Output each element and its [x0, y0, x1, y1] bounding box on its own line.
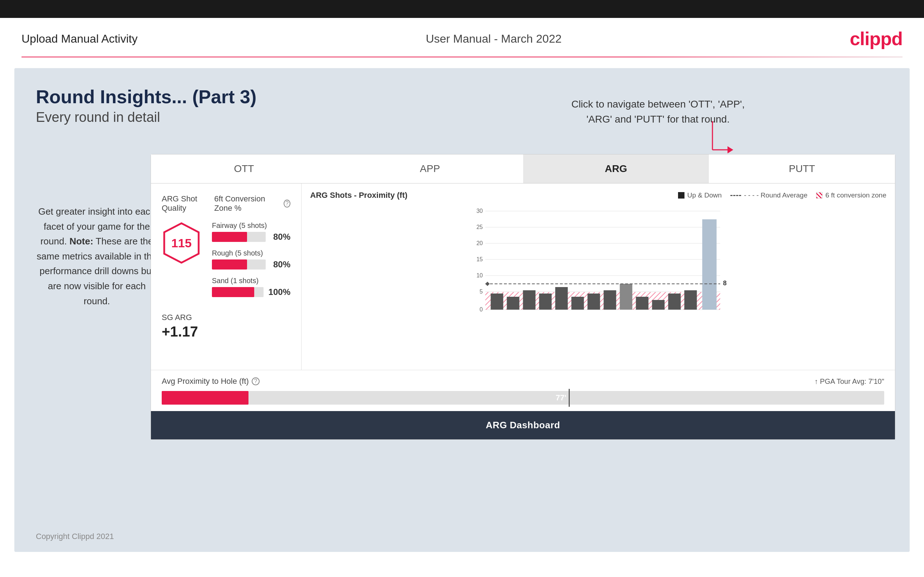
legend-round-avg: - - - - Round Average: [730, 191, 808, 199]
svg-marker-35: [486, 282, 490, 286]
top-bar: [0, 0, 924, 18]
svg-text:25: 25: [477, 224, 483, 230]
bar-row-fairway: 80%: [212, 232, 291, 242]
page-title: Round Insights... (Part 3): [36, 86, 888, 108]
tab-putt[interactable]: PUTT: [709, 155, 895, 183]
shot-quality-bars: Fairway (5 shots) 80% Rough (5 shots): [212, 221, 291, 304]
shot-row-rough: Rough (5 shots) 80%: [212, 249, 291, 269]
bar-container-sand: [212, 287, 263, 297]
tab-bar: OTT APP ARG PUTT: [151, 155, 895, 184]
note-bold: Note:: [69, 236, 93, 247]
svg-rect-22: [523, 290, 536, 309]
arg-shot-quality-label: ARG Shot Quality: [162, 194, 215, 213]
legend-up-down-label: Up & Down: [687, 191, 722, 199]
pga-avg-label: ↑ PGA Tour Avg: 7'10": [814, 377, 884, 386]
bar-row-sand: 100%: [212, 287, 291, 297]
header-logo: clippd: [850, 28, 903, 50]
shot-label-fairway: Fairway (5 shots): [212, 221, 291, 230]
page-subtitle: Every round in detail: [36, 110, 888, 125]
bar-fill-sand: [212, 287, 254, 297]
shot-label-sand: Sand (1 shots): [212, 277, 291, 285]
legend-dashed-icon: [730, 195, 741, 196]
svg-rect-23: [539, 293, 552, 309]
proximity-marker: [569, 389, 570, 407]
proximity-help-icon[interactable]: ?: [252, 377, 260, 385]
dashboard-panel: OTT APP ARG PUTT ARG Shot Quality 6ft Co…: [150, 154, 895, 440]
main-content: Round Insights... (Part 3) Every round i…: [15, 68, 909, 552]
bar-row-rough: 80%: [212, 259, 291, 269]
svg-rect-24: [556, 287, 568, 309]
svg-text:10: 10: [477, 272, 483, 279]
legend-up-down: Up & Down: [678, 191, 722, 199]
chart-legend: Up & Down - - - - Round Average 6 ft con…: [678, 191, 886, 199]
legend-round-avg-label: - - - - Round Average: [744, 191, 808, 199]
svg-marker-2: [727, 146, 733, 153]
svg-text:20: 20: [477, 240, 483, 246]
right-panel: ARG Shots - Proximity (ft) Up & Down - -…: [302, 184, 895, 370]
header-center-text: User Manual - March 2022: [426, 32, 562, 45]
footer: Copyright Clippd 2021: [36, 532, 114, 541]
legend-hatched-icon: [816, 192, 822, 198]
proximity-section: Avg Proximity to Hole (ft) ? ↑ PGA Tour …: [151, 370, 895, 411]
sg-section: SG ARG +1.17: [162, 313, 291, 340]
hex-score: 115: [171, 236, 192, 250]
tab-arg[interactable]: ARG: [523, 155, 709, 183]
chart-svg: 30 25 20 15 10 5 0: [310, 206, 886, 327]
svg-rect-32: [685, 290, 697, 309]
legend-6ft-label: 6 ft conversion zone: [825, 191, 886, 199]
proximity-header-row: Avg Proximity to Hole (ft) ? ↑ PGA Tour …: [162, 377, 884, 386]
svg-rect-29: [636, 297, 649, 309]
svg-rect-31: [668, 293, 681, 309]
shot-row-sand: Sand (1 shots) 100%: [212, 277, 291, 297]
shot-row-fairway: Fairway (5 shots) 80%: [212, 221, 291, 242]
svg-rect-33: [703, 219, 717, 309]
chart-title: ARG Shots - Proximity (ft): [310, 191, 407, 200]
proximity-bar-fill: [162, 391, 249, 405]
svg-rect-21: [507, 297, 520, 309]
bar-container-fairway: [212, 232, 266, 242]
help-icon[interactable]: ?: [284, 200, 291, 208]
chart-area: 30 25 20 15 10 5 0: [310, 206, 886, 327]
bar-container-rough: [212, 259, 266, 269]
shot-label-rough: Rough (5 shots): [212, 249, 291, 257]
chart-header: ARG Shots - Proximity (ft) Up & Down - -…: [310, 191, 886, 200]
svg-text:8: 8: [723, 280, 727, 287]
bar-pct-fairway: 80%: [271, 232, 291, 242]
proximity-bar-container: 77': [162, 391, 884, 405]
sg-arg-value: +1.17: [162, 324, 291, 340]
svg-rect-26: [588, 293, 600, 309]
svg-text:5: 5: [480, 288, 483, 295]
sg-arg-label: SG ARG: [162, 313, 291, 322]
bar-pct-sand: 100%: [268, 287, 291, 297]
svg-text:30: 30: [477, 208, 483, 214]
left-description: Get greater insight into each facet of y…: [36, 204, 158, 309]
hex-container: 115: [162, 221, 201, 264]
proximity-value: 77': [556, 393, 567, 403]
conversion-zone-label: 6ft Conversion Zone % ?: [215, 194, 291, 213]
tab-app[interactable]: APP: [337, 155, 523, 183]
svg-text:0: 0: [480, 306, 483, 313]
panel-header-row: ARG Shot Quality 6ft Conversion Zone % ?: [162, 194, 291, 213]
svg-rect-30: [652, 300, 665, 309]
legend-6ft-zone: 6 ft conversion zone: [816, 191, 886, 199]
header-divider: [21, 56, 903, 57]
bar-pct-rough: 80%: [271, 259, 291, 269]
header-left-text: Upload Manual Activity: [21, 32, 138, 45]
tab-ott[interactable]: OTT: [151, 155, 337, 183]
panel-body: ARG Shot Quality 6ft Conversion Zone % ?…: [151, 184, 895, 370]
proximity-label: Avg Proximity to Hole (ft) ?: [162, 377, 260, 386]
svg-rect-25: [572, 297, 584, 309]
bar-fill-fairway: [212, 232, 247, 242]
svg-rect-20: [491, 293, 503, 309]
header: Upload Manual Activity User Manual - Mar…: [0, 18, 924, 56]
svg-rect-28: [620, 284, 633, 309]
left-panel: ARG Shot Quality 6ft Conversion Zone % ?…: [151, 184, 302, 370]
svg-rect-27: [604, 290, 616, 309]
arg-dashboard-button[interactable]: ARG Dashboard: [151, 411, 895, 439]
hex-score-area: 115 Fairway (5 shots) 80%: [162, 221, 291, 304]
title-section: Round Insights... (Part 3) Every round i…: [36, 86, 888, 125]
svg-text:15: 15: [477, 256, 483, 262]
copyright-text: Copyright Clippd 2021: [36, 532, 114, 541]
legend-square-icon: [678, 192, 685, 198]
bar-fill-rough: [212, 259, 247, 269]
